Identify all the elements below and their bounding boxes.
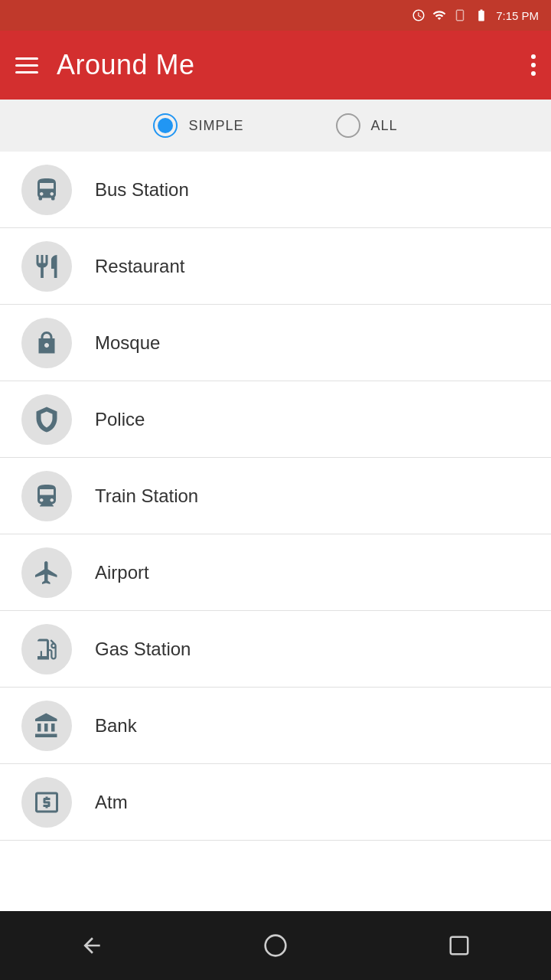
list-item-bus-station[interactable]: Bus Station [0, 152, 551, 228]
mosque-label: Mosque [95, 332, 160, 354]
atm-icon-circle [21, 777, 72, 828]
list-item-bank[interactable]: Bank [0, 688, 551, 764]
status-icons: 7:15 PM [412, 8, 539, 22]
train-icon [33, 482, 60, 510]
gas-icon [33, 635, 60, 663]
list-item-restaurant[interactable]: Restaurant [0, 228, 551, 305]
svg-point-0 [266, 936, 286, 956]
mosque-icon-circle [21, 318, 72, 368]
restaurant-label: Restaurant [95, 256, 184, 277]
list-item-train-station[interactable]: Train Station [0, 458, 551, 534]
filter-simple-label: SIMPLE [188, 118, 243, 134]
list-item-mosque[interactable]: Mosque [0, 305, 551, 381]
home-button[interactable] [253, 923, 298, 969]
bank-label: Bank [95, 715, 137, 737]
radio-all[interactable] [336, 113, 360, 138]
radio-simple-inner [158, 118, 173, 133]
recent-icon [448, 934, 471, 957]
hamburger-menu-button[interactable] [15, 57, 38, 74]
airport-label: Airport [95, 562, 149, 583]
airplane-icon [33, 559, 60, 586]
more-options-button[interactable] [531, 54, 536, 76]
svg-rect-1 [451, 937, 468, 955]
bank-icon [33, 712, 60, 740]
bus-station-icon-circle [21, 165, 72, 215]
restaurant-icon-circle [21, 241, 72, 292]
atm-icon [33, 789, 60, 816]
radio-simple[interactable] [153, 113, 178, 138]
list-item-police[interactable]: Police [0, 381, 551, 458]
gas-station-icon-circle [21, 624, 72, 675]
restaurant-icon [33, 253, 60, 280]
home-icon [263, 933, 288, 958]
atm-label: Atm [95, 792, 128, 813]
list-item-gas-station[interactable]: Gas Station [0, 611, 551, 688]
app-title: Around Me [57, 49, 195, 81]
train-station-icon-circle [21, 471, 72, 521]
status-bar: 7:15 PM [0, 0, 551, 31]
places-list: Bus Station Restaurant Mosque Police Tra… [0, 152, 551, 911]
gas-station-label: Gas Station [95, 639, 191, 660]
police-label: Police [95, 409, 145, 430]
police-icon-circle [21, 394, 72, 445]
back-icon [80, 933, 104, 958]
app-bar: Around Me [0, 31, 551, 100]
recent-apps-button[interactable] [436, 923, 482, 969]
back-button[interactable] [69, 923, 115, 969]
bus-icon [33, 176, 60, 204]
police-icon [33, 406, 60, 433]
train-station-label: Train Station [95, 485, 198, 507]
list-item-atm[interactable]: Atm [0, 764, 551, 841]
filter-bar: SIMPLE ALL [0, 100, 551, 152]
bank-icon-circle [21, 701, 72, 751]
list-item-airport[interactable]: Airport [0, 534, 551, 611]
airport-icon-circle [21, 547, 72, 598]
filter-all[interactable]: ALL [336, 113, 398, 138]
filter-simple[interactable]: SIMPLE [153, 113, 243, 138]
bus-station-label: Bus Station [95, 179, 189, 201]
filter-all-label: ALL [371, 118, 398, 134]
mosque-icon [33, 329, 60, 357]
status-time: 7:15 PM [496, 9, 539, 22]
navigation-bar [0, 911, 551, 980]
